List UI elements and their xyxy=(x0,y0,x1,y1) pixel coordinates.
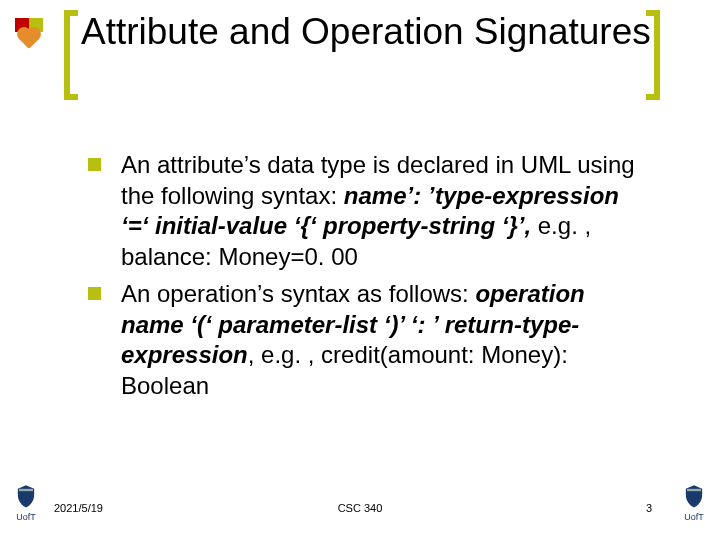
bullet-list: An attribute’s data type is declared in … xyxy=(88,150,650,408)
crest-right: UofT xyxy=(674,483,714,522)
list-item-text: An operation’s syntax as follows: operat… xyxy=(121,279,650,402)
list-item: An attribute’s data type is declared in … xyxy=(88,150,650,273)
footer-course: CSC 340 xyxy=(338,502,383,514)
footer-date: 2021/5/19 xyxy=(54,502,103,514)
list-item-text: An attribute’s data type is declared in … xyxy=(121,150,650,273)
title-row: Attribute and Operation Signatures xyxy=(15,10,660,54)
footer-page: 3 xyxy=(646,502,652,514)
crest-left: UofT xyxy=(6,483,46,522)
ornament-icon xyxy=(15,12,63,52)
crest-label: UofT xyxy=(16,512,36,522)
footer: UofT 2021/5/19 CSC 340 3 UofT xyxy=(0,486,720,526)
bullet-icon xyxy=(88,287,101,300)
bullet-lead: An operation’s syntax as follows: xyxy=(121,280,475,307)
crest-label: UofT xyxy=(684,512,704,522)
list-item: An operation’s syntax as follows: operat… xyxy=(88,279,650,402)
slide-title: Attribute and Operation Signatures xyxy=(63,10,651,54)
crest-icon xyxy=(680,483,708,511)
bullet-icon xyxy=(88,158,101,171)
crest-icon xyxy=(12,483,40,511)
